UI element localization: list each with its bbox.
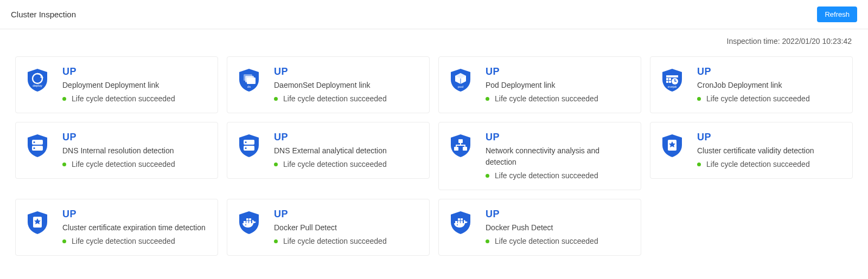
detail-text: Life cycle detection succeeded	[72, 237, 175, 245]
status-dot-icon	[697, 97, 701, 101]
refresh-button[interactable]: Refresh	[817, 7, 857, 22]
card-body: UPDNS External analytical detectionLife …	[274, 132, 419, 168]
card-title: DNS Internal resolution detection	[62, 145, 208, 157]
detail-text: Life cycle detection succeeded	[495, 237, 598, 245]
inspection-card: UPDocker Pull DetectLife cycle detection…	[227, 199, 430, 256]
status-dot-icon	[486, 239, 489, 243]
detail-text: Life cycle detection succeeded	[706, 94, 810, 103]
detail-text: Life cycle detection succeeded	[495, 94, 598, 103]
detail-row: Life cycle detection succeeded	[274, 237, 419, 245]
daemonset-icon	[237, 68, 261, 92]
inspection-card: UPDeployment Deployment linkLife cycle d…	[15, 56, 218, 113]
detail-text: Life cycle detection succeeded	[283, 237, 387, 245]
detail-text: Life cycle detection succeeded	[283, 94, 387, 103]
card-title: Docker Pull Detect	[274, 222, 419, 233]
cert-icon	[660, 133, 684, 157]
card-body: UPCluster certificate expiration time de…	[62, 209, 208, 245]
card-title: DaemonSet Deployment link	[274, 80, 419, 91]
detail-row: Life cycle detection succeeded	[486, 237, 631, 245]
status-dot-icon	[274, 97, 278, 101]
card-title: Pod Deployment link	[486, 80, 631, 91]
status-dot-icon	[62, 163, 66, 166]
detail-row: Life cycle detection succeeded	[274, 160, 419, 168]
status-dot-icon	[274, 163, 278, 166]
status-label: UP	[62, 67, 208, 76]
detail-row: Life cycle detection succeeded	[274, 94, 419, 103]
card-title: Deployment Deployment link	[62, 80, 208, 91]
detail-text: Life cycle detection succeeded	[283, 160, 387, 168]
card-title: CronJob Deployment link	[697, 80, 843, 91]
card-title: Network connectivity analysis and detect…	[486, 145, 631, 168]
network-icon	[449, 133, 473, 157]
detail-row: Life cycle detection succeeded	[697, 160, 843, 168]
card-body: UPCronJob Deployment linkLife cycle dete…	[697, 67, 843, 103]
card-body: UPDaemonSet Deployment linkLife cycle de…	[274, 67, 419, 103]
card-title: Cluster certificate expiration time dete…	[62, 222, 208, 233]
status-label: UP	[62, 209, 208, 219]
detail-text: Life cycle detection succeeded	[495, 171, 598, 180]
deploy-icon	[25, 68, 49, 92]
inspection-card: UPCluster certificate expiration time de…	[15, 199, 218, 256]
dns-icon	[25, 133, 49, 157]
card-body: UPDocker Pull DetectLife cycle detection…	[274, 209, 419, 245]
page-header: Cluster Inspection Refresh	[0, 0, 868, 29]
status-label: UP	[486, 67, 631, 76]
page-title: Cluster Inspection	[11, 10, 76, 19]
cronjob-icon	[660, 68, 684, 92]
card-body: UPNetwork connectivity analysis and dete…	[486, 132, 631, 180]
detail-row: Life cycle detection succeeded	[62, 160, 208, 168]
inspection-card-grid: UPDeployment Deployment linkLife cycle d…	[0, 46, 868, 272]
inspection-card: UPNetwork connectivity analysis and dete…	[438, 122, 641, 190]
inspection-card: UPDocker Push DetectLife cycle detection…	[438, 199, 641, 256]
dns-icon	[237, 133, 261, 157]
status-label: UP	[697, 132, 843, 142]
status-label: UP	[274, 132, 419, 142]
status-label: UP	[486, 132, 631, 142]
status-label: UP	[62, 132, 208, 142]
detail-row: Life cycle detection succeeded	[62, 237, 208, 245]
card-title: DNS External analytical detection	[274, 145, 419, 157]
status-dot-icon	[62, 239, 66, 243]
status-dot-icon	[486, 174, 489, 178]
inspection-time: Inspection time: 2022/01/20 10:23:42	[0, 29, 868, 46]
detail-text: Life cycle detection succeeded	[72, 160, 175, 168]
inspection-card: UPDNS External analytical detectionLife …	[227, 122, 430, 179]
status-label: UP	[697, 67, 843, 76]
inspection-card: UPDNS Internal resolution detectionLife …	[15, 122, 218, 179]
inspection-card: UPCluster certificate validity detection…	[650, 122, 853, 179]
status-label: UP	[274, 67, 419, 76]
inspection-card: UPPod Deployment linkLife cycle detectio…	[438, 56, 641, 113]
detail-text: Life cycle detection succeeded	[72, 94, 175, 103]
inspection-card: UPDaemonSet Deployment linkLife cycle de…	[227, 56, 430, 113]
detail-row: Life cycle detection succeeded	[486, 171, 631, 180]
docker-icon	[449, 210, 473, 234]
card-body: UPDocker Push DetectLife cycle detection…	[486, 209, 631, 245]
status-dot-icon	[697, 163, 701, 166]
card-title: Docker Push Detect	[486, 222, 631, 233]
card-body: UPCluster certificate validity detection…	[697, 132, 843, 168]
status-dot-icon	[62, 97, 66, 101]
card-body: UPDNS Internal resolution detectionLife …	[62, 132, 208, 168]
status-dot-icon	[486, 97, 489, 101]
cert-icon	[25, 210, 49, 234]
detail-row: Life cycle detection succeeded	[62, 94, 208, 103]
docker-icon	[237, 210, 261, 234]
detail-text: Life cycle detection succeeded	[706, 160, 810, 168]
status-label: UP	[274, 209, 419, 219]
status-dot-icon	[274, 239, 278, 243]
card-title: Cluster certificate validity detection	[697, 145, 843, 157]
detail-row: Life cycle detection succeeded	[697, 94, 843, 103]
card-body: UPDeployment Deployment linkLife cycle d…	[62, 67, 208, 103]
card-body: UPPod Deployment linkLife cycle detectio…	[486, 67, 631, 103]
status-label: UP	[486, 209, 631, 219]
detail-row: Life cycle detection succeeded	[486, 94, 631, 103]
inspection-card: UPCronJob Deployment linkLife cycle dete…	[650, 56, 853, 113]
pod-icon	[449, 68, 473, 92]
